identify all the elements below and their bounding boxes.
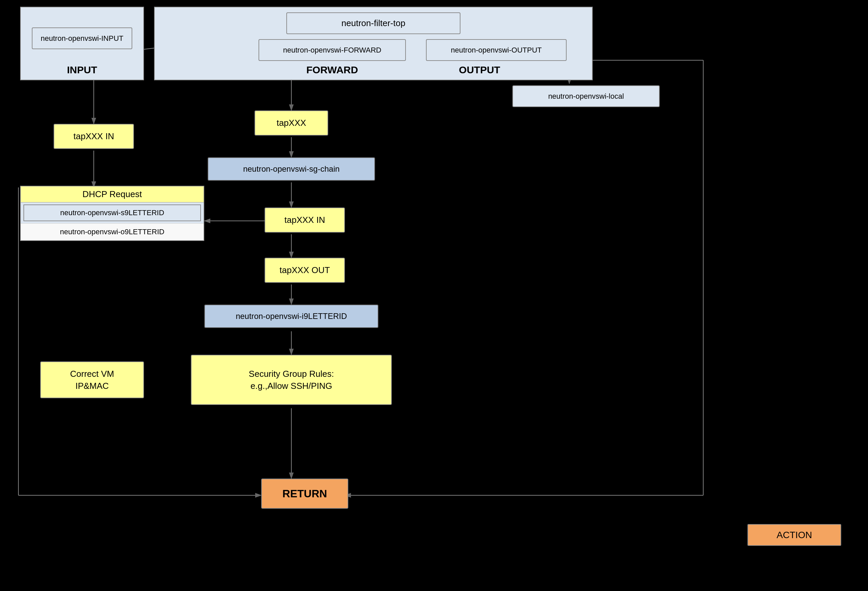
forward-label: FORWARD <box>285 64 379 76</box>
tapXXX-in-left-label: tapXXX IN <box>73 131 114 141</box>
neutron-output-node: neutron-openvswi-OUTPUT <box>426 39 567 61</box>
neutron-s9-label: neutron-openvswi-s9LETTERID <box>60 208 164 217</box>
tapXXX-out-label: tapXXX OUT <box>280 265 330 276</box>
neutron-forward-node: neutron-openvswi-FORWARD <box>258 39 406 61</box>
input-group: neutron-openvswi-INPUT INPUT <box>20 7 144 80</box>
return-label: RETURN <box>282 488 327 500</box>
security-group-rules-node: Security Group Rules: e.g.,Allow SSH/PIN… <box>191 355 392 405</box>
neutron-filter-top-node: neutron-filter-top <box>286 12 461 34</box>
dhcp-request-label: DHCP Request <box>83 189 142 199</box>
legend-action-label: ACTION <box>776 530 812 541</box>
neutron-sg-chain-label: neutron-openvswi-sg-chain <box>243 164 340 174</box>
tapXXX-top-label: tapXXX <box>277 118 306 128</box>
output-label: OUTPUT <box>446 64 513 76</box>
neutron-forward-label: neutron-openvswi-FORWARD <box>283 46 381 55</box>
tapXXX-in-mid-node: tapXXX IN <box>264 208 345 233</box>
correct-vm-node: Correct VM IP&MAC <box>40 361 144 398</box>
neutron-i9-node: neutron-openvswi-i9LETTERID <box>204 305 378 328</box>
neutron-filter-top-group: neutron-filter-top neutron-openvswi-FORW… <box>154 7 593 80</box>
dhcp-request-row: DHCP Request <box>21 186 204 202</box>
input-label: INPUT <box>49 64 115 76</box>
neutron-local-node: neutron-openvswi-local <box>512 85 660 107</box>
neutron-o9-label: neutron-openvswi-o9LETTERID <box>60 228 164 236</box>
neutron-output-label: neutron-openvswi-OUTPUT <box>451 46 542 55</box>
arrows-svg <box>0 0 868 591</box>
diagram-container: neutron-filter-top neutron-openvswi-FORW… <box>0 0 868 591</box>
tapXXX-out-node: tapXXX OUT <box>264 258 345 283</box>
neutron-local-label: neutron-openvswi-local <box>548 92 624 101</box>
neutron-input-label: neutron-openvswi-INPUT <box>41 34 124 43</box>
security-group-rules-label: Security Group Rules: e.g.,Allow SSH/PIN… <box>249 368 334 392</box>
tapXXX-top-node: tapXXX <box>254 111 328 136</box>
legend-action: ACTION <box>747 524 841 546</box>
neutron-sg-chain-node: neutron-openvswi-sg-chain <box>208 157 375 181</box>
tapXXX-in-left-node: tapXXX IN <box>53 124 134 149</box>
neutron-filter-top-label: neutron-filter-top <box>342 18 406 28</box>
return-node: RETURN <box>261 479 348 508</box>
left-multi-box: DHCP Request neutron-openvswi-s9LETTERID… <box>20 186 204 241</box>
neutron-input-node: neutron-openvswi-INPUT <box>32 28 132 49</box>
neutron-o9-row: neutron-openvswi-o9LETTERID <box>21 223 204 240</box>
tapXXX-in-mid-label: tapXXX IN <box>284 215 325 225</box>
neutron-s9-row: neutron-openvswi-s9LETTERID <box>24 205 201 221</box>
correct-vm-label: Correct VM IP&MAC <box>70 368 114 392</box>
neutron-i9-label: neutron-openvswi-i9LETTERID <box>236 312 347 321</box>
